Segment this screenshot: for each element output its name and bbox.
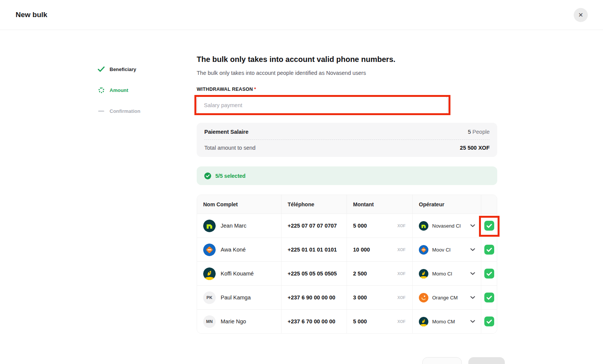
- operator-name: Momo CM: [432, 319, 455, 324]
- beneficiary-phone: +237 6 90 00 00 00: [288, 294, 335, 301]
- section-subtitle: The bulk only takes into account people …: [197, 70, 497, 76]
- row-checkbox[interactable]: [484, 317, 494, 326]
- chevron-down-icon: [470, 248, 475, 251]
- currency-label: XOF: [397, 271, 406, 276]
- beneficiary-name: Awa Koné: [221, 247, 246, 253]
- beneficiary-name: Jean Marc: [221, 223, 247, 229]
- amount-value: 2 500: [353, 271, 367, 277]
- chevron-down-icon: [470, 224, 475, 227]
- stepper-label-confirmation: Confirmation: [110, 108, 140, 114]
- operator-select[interactable]: Momo CM: [413, 310, 481, 333]
- check-circle-icon: [204, 173, 211, 179]
- moov-icon: [419, 245, 428, 255]
- operator-select[interactable]: Momo CI: [413, 262, 481, 285]
- amount-value: 3 000: [353, 294, 367, 301]
- moov-logo: [203, 244, 216, 256]
- page-title: New bulk: [16, 11, 47, 19]
- operator-name: Novasend CI: [432, 223, 461, 229]
- column-header-amount: Montant: [347, 195, 413, 214]
- table-row: PK Paul Kamga +237 6 90 00 00 00 3 000 X…: [197, 285, 497, 309]
- currency-label: XOF: [397, 223, 406, 228]
- orange-icon: [419, 293, 428, 302]
- beneficiary-phone: +225 01 01 01 0101: [288, 247, 337, 253]
- operator-select[interactable]: Orange CM: [413, 286, 481, 309]
- column-header-phone: Téléphone: [282, 195, 347, 214]
- stepper: Beneficiary Amount Confirmation: [97, 64, 140, 127]
- withdrawal-reason-input[interactable]: [197, 96, 448, 114]
- table-header: Nom Complet Téléphone Montant Opérateur: [197, 195, 497, 214]
- total-amount-value: 25 500 XOF: [460, 145, 490, 151]
- momo-icon: [419, 317, 428, 326]
- dashed-divider: [204, 139, 490, 140]
- amount-value: 5 000: [353, 223, 367, 229]
- operator-name: Orange CM: [432, 295, 458, 301]
- row-checkbox[interactable]: [484, 221, 494, 231]
- amount-value: 10 000: [353, 247, 370, 253]
- avatar: MN: [203, 315, 216, 328]
- table-row: Awa Koné +225 01 01 01 0101 10 000 XOF M…: [197, 237, 497, 261]
- beneficiary-phone: +237 6 70 00 00 00: [288, 318, 335, 324]
- stepper-label-amount: Amount: [110, 87, 128, 93]
- currency-label: XOF: [397, 247, 406, 252]
- required-asterisk: *: [254, 87, 256, 92]
- beneficiary-name: Marie Ngo: [221, 318, 246, 324]
- beneficiary-name: Paul Kamga: [221, 294, 251, 301]
- selection-count-text: 5/5 selected: [215, 173, 245, 179]
- beneficiary-name: Koffi Kouamé: [221, 271, 254, 277]
- column-header-operator: Opérateur: [413, 195, 481, 214]
- operator-name: Momo CI: [432, 271, 452, 277]
- table-row: Koffi Kouamé +225 05 05 05 0505 2 500 XO…: [197, 261, 497, 285]
- operator-select[interactable]: Novasend CI: [413, 214, 481, 237]
- footer-actions: [422, 357, 505, 364]
- close-icon: ✕: [578, 11, 583, 19]
- currency-label: XOF: [397, 295, 406, 300]
- spinner-icon: [97, 87, 105, 93]
- beneficiary-phone: +225 05 05 05 0505: [288, 271, 337, 277]
- bulk-name: Paiement Salaire: [204, 129, 248, 135]
- row-checkbox[interactable]: [484, 245, 494, 255]
- column-header-select: [481, 195, 497, 214]
- withdrawal-reason-label: WITHDRAWAL REASON*: [197, 87, 497, 92]
- stepper-item-beneficiary[interactable]: Beneficiary: [97, 64, 140, 74]
- total-amount-label: Total amount to send: [204, 145, 256, 151]
- table-row: MN Marie Ngo +237 6 70 00 00 00 5 000 XO…: [197, 309, 497, 333]
- momo-icon: [419, 269, 428, 279]
- column-header-name: Nom Complet: [197, 195, 282, 214]
- stepper-label-beneficiary: Beneficiary: [110, 66, 136, 72]
- chevron-down-icon: [470, 272, 475, 275]
- beneficiary-phone: +225 07 07 07 0707: [288, 223, 337, 229]
- novasend-logo: [203, 220, 216, 232]
- momo-logo: [203, 267, 216, 280]
- operator-select[interactable]: Moov CI: [413, 238, 481, 261]
- stepper-item-confirmation[interactable]: Confirmation: [97, 106, 140, 116]
- secondary-button[interactable]: [422, 357, 462, 364]
- selection-banner: 5/5 selected: [197, 166, 497, 185]
- summary-card: Paiement Salaire 5 People Total amount t…: [197, 123, 497, 157]
- people-count: 5 People: [468, 129, 490, 135]
- dash-icon: [97, 111, 105, 112]
- table-row: Jean Marc +225 07 07 07 0707 5 000 XOF N…: [197, 214, 497, 237]
- operator-name: Moov CI: [432, 247, 450, 253]
- novasend-icon: [419, 221, 428, 231]
- chevron-down-icon: [470, 320, 475, 323]
- close-button[interactable]: ✕: [574, 8, 588, 22]
- stepper-item-amount[interactable]: Amount: [97, 85, 140, 95]
- check-icon: [97, 66, 105, 72]
- currency-label: XOF: [397, 319, 406, 324]
- row-checkbox[interactable]: [484, 269, 494, 279]
- new-bulk-modal: New bulk ✕ Beneficiary Amount Confirmati…: [0, 0, 603, 364]
- avatar: PK: [203, 291, 216, 304]
- primary-button[interactable]: [468, 357, 505, 364]
- chevron-down-icon: [470, 296, 475, 299]
- main-content: The bulk only takes into account valid p…: [197, 55, 497, 334]
- beneficiaries-table: Nom Complet Téléphone Montant Opérateur …: [197, 195, 497, 334]
- modal-header: New bulk ✕: [0, 0, 603, 30]
- row-checkbox[interactable]: [484, 293, 494, 302]
- amount-value: 5 000: [353, 318, 367, 324]
- section-title: The bulk only takes into account valid p…: [197, 55, 497, 64]
